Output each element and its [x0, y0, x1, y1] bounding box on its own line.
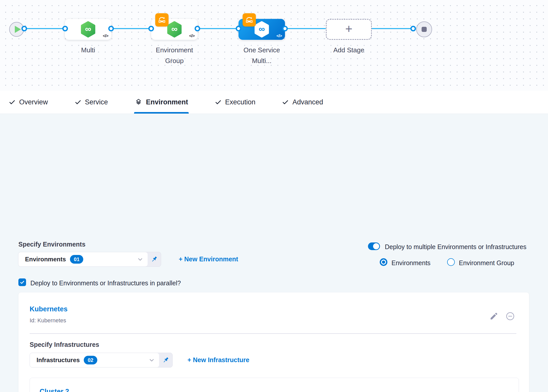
- pin-icon: [150, 255, 158, 263]
- toggle-knob: [373, 243, 379, 249]
- edge-line: [111, 28, 151, 29]
- specify-environments-label: Specify Environments: [18, 241, 86, 248]
- divider: [30, 333, 516, 334]
- add-stage-button[interactable]: +: [326, 19, 372, 40]
- edge-line: [24, 28, 65, 29]
- connector-port: [148, 26, 154, 31]
- edit-environment-button[interactable]: [490, 312, 498, 321]
- check-icon: [282, 99, 289, 106]
- connector-port: [236, 26, 241, 31]
- plus-icon: +: [345, 23, 352, 35]
- pipeline-canvas[interactable]: ∞ </> Multi ∞: [0, 0, 548, 91]
- infrastructures-count-badge: 02: [84, 356, 97, 364]
- environment-tab-panel: Specify Environments Environments 01 + N: [0, 114, 548, 392]
- stage-label: Multi: [63, 45, 114, 55]
- tab-advanced[interactable]: Advanced: [282, 91, 323, 114]
- tab-label: Environment: [146, 98, 188, 106]
- tab-overview[interactable]: Overview: [9, 91, 48, 114]
- connector-port: [195, 26, 200, 31]
- connector-port: [108, 26, 114, 31]
- service-hexagon-icon: ∞: [254, 21, 270, 38]
- new-environment-link[interactable]: + New Environment: [179, 255, 238, 263]
- chevron-down-icon: [137, 256, 144, 263]
- pin-button[interactable]: [148, 252, 161, 266]
- radio-environment-group-label: Environment Group: [459, 259, 514, 267]
- check-icon: [75, 99, 81, 106]
- check-icon: [215, 99, 222, 106]
- tab-label: Advanced: [292, 98, 323, 106]
- parallel-checkbox-label: Deploy to Environments or Infrastructure…: [30, 279, 181, 287]
- tab-label: Execution: [225, 98, 256, 106]
- tab-execution[interactable]: Execution: [215, 91, 256, 114]
- environments-count-badge: 01: [70, 255, 83, 264]
- radio-environment-group[interactable]: [447, 258, 455, 266]
- pencil-icon: [490, 312, 498, 321]
- pin-button[interactable]: [159, 353, 172, 367]
- code-glyph: </>: [103, 33, 108, 39]
- specify-infrastructures-label: Specify Infrastructures: [30, 341, 99, 348]
- deploy-multiple-toggle[interactable]: [368, 242, 380, 250]
- layers-icon: [135, 98, 142, 106]
- play-icon: [15, 26, 21, 33]
- check-icon: [9, 99, 16, 106]
- infinity-glyph: ∞: [85, 24, 91, 33]
- stage-node-one-service-multi[interactable]: ∞ </>: [239, 19, 285, 40]
- environments-dropdown-field[interactable]: Environments 01: [18, 252, 148, 266]
- connector-port: [21, 26, 27, 31]
- deploy-multiple-toggle-label: Deploy to multiple Environments or Infra…: [385, 243, 526, 251]
- stage-label: Environment Group: [149, 45, 200, 66]
- edge-line: [197, 28, 239, 29]
- environments-dropdown-value: Environments: [25, 256, 66, 263]
- minus-circle-icon: [505, 311, 515, 321]
- environment-id-text: Id: Kubernetes: [30, 317, 66, 324]
- stage-node-environment-group[interactable]: ∞ </>: [151, 19, 198, 40]
- connector-port: [282, 26, 288, 31]
- radio-environments[interactable]: [380, 258, 387, 266]
- service-hexagon-icon: ∞: [80, 21, 96, 38]
- environments-dropdown[interactable]: Environments 01: [18, 252, 161, 267]
- pin-icon: [162, 356, 170, 364]
- infrastructure-title-link[interactable]: Cluster 2: [40, 388, 69, 392]
- rolling-deployment-badge-icon: [243, 13, 256, 27]
- environment-card: Kubernetes Id: Kubernetes Specify Infras…: [18, 292, 529, 392]
- pipeline-end-node: [416, 21, 432, 37]
- check-icon: [20, 280, 25, 285]
- parallel-checkbox[interactable]: [18, 278, 26, 286]
- tab-label: Service: [85, 98, 108, 106]
- stage-tab-bar: Overview Service Environment Execution A…: [0, 91, 548, 114]
- infrastructure-card: Cluster 2 Id: Cluster_2: [30, 378, 519, 392]
- infrastructures-dropdown[interactable]: Infrastructures 02: [30, 353, 173, 368]
- rolling-deployment-badge-icon: [155, 13, 169, 27]
- tab-label: Overview: [19, 98, 48, 106]
- radio-environments-label: Environments: [391, 259, 431, 267]
- service-hexagon-icon: ∞: [166, 21, 182, 38]
- connector-port: [62, 26, 68, 31]
- environment-title-link[interactable]: Kubernetes: [30, 305, 68, 313]
- infrastructures-dropdown-value: Infrastructures: [37, 357, 80, 364]
- code-glyph: </>: [276, 33, 282, 39]
- infrastructures-dropdown-field[interactable]: Infrastructures 02: [30, 353, 159, 367]
- stage-label: One Service Multi...: [236, 45, 287, 66]
- chevron-down-icon: [148, 357, 155, 363]
- tab-service[interactable]: Service: [75, 91, 108, 114]
- edge-line: [285, 28, 326, 29]
- code-glyph: </>: [189, 33, 195, 39]
- infinity-glyph: ∞: [171, 24, 177, 33]
- stage-label: Add Stage: [323, 45, 374, 55]
- stage-node-multi[interactable]: ∞ </>: [65, 19, 111, 40]
- connector-port: [410, 26, 416, 31]
- remove-environment-button[interactable]: [505, 311, 515, 321]
- pipeline-studio: ∞ </> Multi ∞: [0, 0, 548, 392]
- infinity-glyph: ∞: [259, 24, 265, 33]
- new-infrastructure-link[interactable]: + New Infrastructure: [187, 356, 249, 364]
- edge-line: [372, 28, 413, 29]
- stop-icon: [422, 27, 427, 32]
- tab-environment[interactable]: Environment: [135, 91, 188, 114]
